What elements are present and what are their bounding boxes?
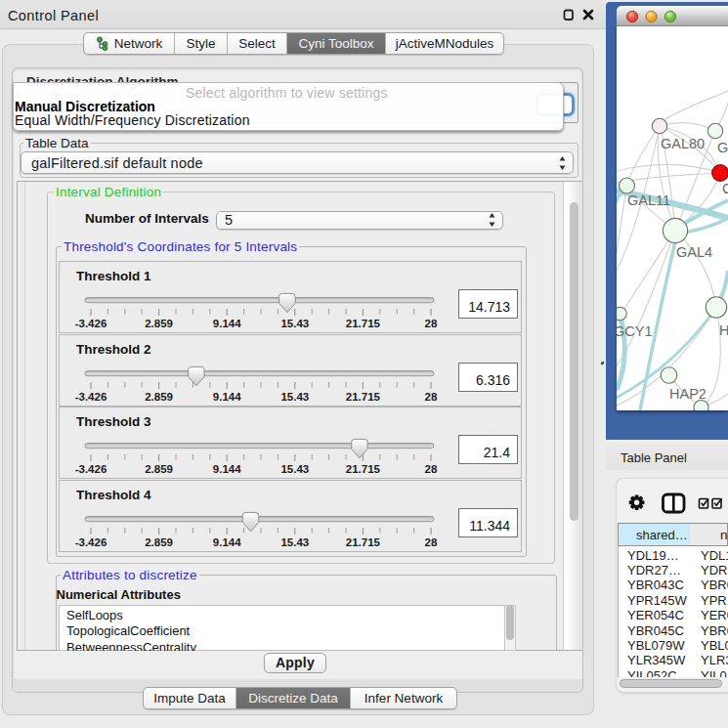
svg-text:GA: GA	[717, 140, 728, 155]
svg-text:-3.426: -3.426	[75, 536, 107, 548]
svg-text:-3.426: -3.426	[75, 318, 107, 329]
svg-text:2.859: 2.859	[145, 536, 173, 548]
svg-text:2.859: 2.859	[145, 463, 173, 475]
svg-text:15.43: 15.43	[280, 318, 309, 329]
svg-text:21.715: 21.715	[346, 391, 381, 403]
svg-text:2.859: 2.859	[145, 391, 173, 403]
svg-text:28: 28	[425, 318, 438, 329]
svg-text:28: 28	[425, 391, 438, 403]
svg-text:9.144: 9.144	[213, 391, 241, 403]
svg-text:H: H	[719, 322, 728, 338]
svg-text:-3.426: -3.426	[75, 463, 107, 475]
svg-text:9.144: 9.144	[213, 463, 241, 475]
svg-text:HAP2: HAP2	[669, 386, 707, 402]
svg-text:GAL4: GAL4	[676, 244, 712, 260]
svg-text:28: 28	[425, 463, 438, 475]
svg-text:9.144: 9.144	[213, 318, 241, 329]
svg-text:GAL80: GAL80	[661, 136, 705, 151]
svg-text:-3.426: -3.426	[75, 391, 107, 403]
svg-text:C: C	[722, 181, 728, 196]
svg-text:15.43: 15.43	[280, 463, 309, 475]
svg-text:2.859: 2.859	[145, 318, 173, 329]
svg-text:21.715: 21.715	[346, 318, 381, 329]
svg-text:9.144: 9.144	[213, 536, 241, 548]
svg-text:GCY1: GCY1	[617, 323, 653, 339]
svg-text:21.715: 21.715	[346, 536, 381, 548]
svg-text:15.43: 15.43	[280, 536, 309, 548]
svg-text:28: 28	[425, 536, 438, 548]
svg-text:15.43: 15.43	[280, 391, 309, 403]
svg-text:GAL11: GAL11	[627, 193, 670, 208]
svg-text:21.715: 21.715	[346, 463, 381, 475]
